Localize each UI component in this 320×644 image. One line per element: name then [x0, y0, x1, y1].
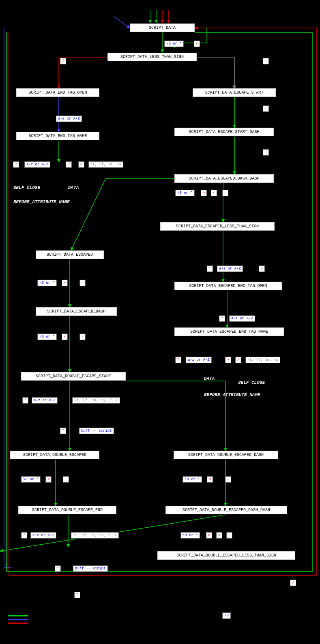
state-script-data-escaped-end-tag-open: SCRIPT_DATA_ESCAPED_END_TAG_OPEN — [174, 282, 282, 290]
state-script-data-escape-start-dash: SCRIPT_DATA_ESCAPE_START_DASH — [174, 128, 274, 136]
token-lt-esc: < — [62, 280, 68, 286]
token-whitespace-1: \t, \f, \n, \s — [88, 161, 123, 168]
token-star-esc-etn: * — [175, 357, 181, 363]
token-star-esc-eto: * — [219, 315, 225, 322]
token-lt-esc-d: < — [62, 334, 68, 340]
token-slash-esc-lt: / — [259, 265, 265, 272]
token-gt-1: > — [78, 161, 84, 168]
token-dash-esc-dd: - — [222, 190, 228, 196]
token-slash-delts: / — [290, 580, 296, 586]
token-dash-dedd: - — [226, 532, 232, 539]
token-gt-esc-dd: > — [201, 190, 207, 196]
state-script-data-end-tag-open: SCRIPT_DATA_END_TAG_OPEN — [16, 88, 99, 97]
state-script-data-escaped-end-tag-name: SCRIPT_DATA_ESCAPED_END_TAG_NAME — [174, 327, 284, 336]
svg-line-0 — [114, 16, 130, 28]
output-self-close-1: SELF CLOSE — [13, 185, 40, 190]
state-script-data-double-escaped-less-than-sign: SCRIPT_DATA_DOUBLE_ESCAPED_LESS_THAN_SIG… — [157, 551, 295, 560]
legend — [8, 615, 32, 624]
token-buff-script-1: buff == script — [79, 428, 114, 434]
state-script-data: SCRIPT_DATA — [130, 24, 195, 32]
token-lt-esc-dd: < — [211, 190, 217, 196]
token-star-des: * — [22, 397, 28, 404]
diagram-container: SCRIPT_DATA SCRIPT_DATA_LESS_THAN_SIGN S… — [0, 0, 320, 644]
token-dash-escape-start: - — [263, 105, 269, 112]
state-script-data-escaped-less-than-sign: SCRIPT_DATA_ESCAPED_LESS_THAN_SIGN — [160, 222, 275, 231]
token-gt-dedd: > — [206, 532, 212, 539]
token-az-1: a-z or A-Z — [24, 161, 50, 168]
token-star-dee2: * — [55, 565, 61, 572]
token-dash-escape-start-dash: - — [263, 149, 269, 156]
output-data-1: DATA — [68, 185, 79, 190]
token-slash-1: / — [60, 58, 66, 64]
token-az-esc-etn: a-z or A-Z — [186, 357, 212, 363]
token-lt-top: < — [194, 41, 200, 47]
state-script-data-double-escaped-dash-dash: SCRIPT_DATA_DOUBLE_ESCAPED_DASH_DASH — [165, 506, 287, 514]
state-script-data-less-than-sign: SCRIPT_DATA_LESS_THAN_SIGN — [107, 53, 197, 61]
token-null-or-star-de: \0 or * — [21, 476, 41, 483]
state-script-data-escaped: SCRIPT_DATA_ESCAPED — [36, 250, 104, 259]
output-before-attr-2: BEFORE_ATTRIBUTE_NAME — [204, 392, 260, 397]
token-az-esc-lt: a-z or A-Z — [217, 265, 243, 272]
token-dash-esc-d: - — [79, 334, 86, 340]
output-data-2: DATA — [204, 376, 215, 381]
token-dash-ded: - — [225, 476, 231, 483]
token-slash-esc-etn: / — [235, 357, 241, 363]
token-null-or-star-esc-dd: \0 or * — [175, 190, 195, 196]
state-script-data-escaped-dash: SCRIPT_DATA_ESCAPED_DASH — [36, 307, 117, 316]
token-lt-de: < — [45, 476, 52, 483]
output-before-attr-1: BEFORE_ATTRIBUTE_NAME — [13, 199, 70, 204]
state-script-data-escaped-dash-dash: SCRIPT_DATA_ESCAPED_DASH_DASH — [174, 174, 274, 183]
token-gt-esc-etn: > — [225, 357, 231, 363]
token-az-dee: a-z or A-Z — [30, 532, 56, 539]
token-null-or-star-top: \0 or * — [164, 41, 184, 47]
token-null-or-star-esc: \0 or * — [37, 280, 57, 286]
token-star-bottom: * — [74, 592, 80, 598]
token-az-esc-eto: a-z or A-Z — [229, 315, 255, 322]
token-ws-esc-etn: \t, \f, \n, \s — [245, 357, 280, 363]
token-ws-des: \t, \f, \n, \s, /, > — [72, 397, 120, 404]
token-star-des2: * — [60, 428, 66, 434]
token-dash-de: - — [63, 476, 69, 483]
state-script-data-end-tag-name: SCRIPT_DATA_END_TAG_NAME — [16, 132, 99, 140]
token-star-1: * — [13, 161, 19, 168]
token-slash-2: / — [66, 161, 72, 168]
state-script-data-double-escape-start: SCRIPT_DATA_DOUBLE_ESCAPE_START — [21, 372, 126, 381]
token-dash-esc: - — [79, 280, 86, 286]
token-null-or-star-ded: \0 or * — [183, 476, 202, 483]
token-az-end-tag-open: a-z or A-Z — [56, 116, 82, 122]
output-self-close-2: SELF CLOSE — [238, 380, 265, 385]
token-buff-script-2: buff == script — [73, 565, 108, 572]
state-script-data-double-escaped-dash: SCRIPT_DATA_DOUBLE_ESCAPED_DASH — [174, 451, 278, 459]
token-lt-ded: < — [207, 476, 213, 483]
token-star-dee: * — [21, 532, 27, 539]
token-az-des: a-z or A-Z — [32, 397, 58, 404]
state-script-data-double-escape-end: SCRIPT_DATA_DOUBLE_ESCAPE_END — [18, 506, 116, 514]
legend-null-box: \0 — [222, 612, 231, 619]
state-script-data-escape-start: SCRIPT_DATA_ESCAPE_START — [193, 88, 276, 97]
token-null-or-star-esc-d: \0 or * — [37, 334, 57, 340]
token-star-esc-lt: * — [207, 265, 213, 272]
state-script-data-double-escaped: SCRIPT_DATA_DOUBLE_ESCAPED — [10, 451, 99, 459]
token-ws-dee: \t, \f, \n, \s, /, > — [71, 532, 119, 539]
token-lt-dedd: < — [216, 532, 222, 539]
token-exclaim: ! — [263, 58, 269, 64]
token-null-or-star-dedd: \0 or * — [180, 532, 200, 539]
